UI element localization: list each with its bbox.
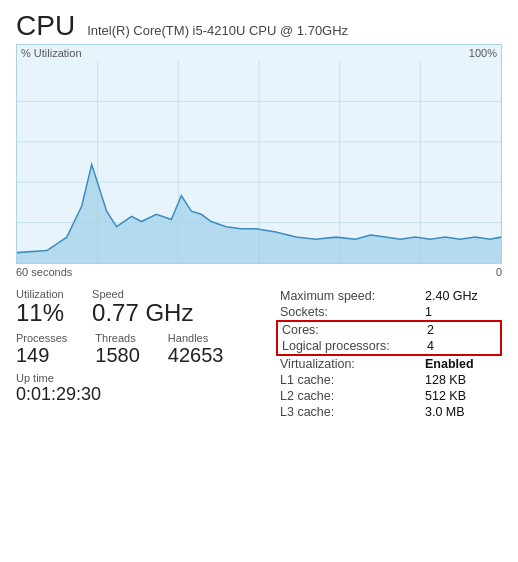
virt-label: Virtualization: (280, 357, 425, 371)
speed-value: 0.77 GHz (92, 300, 193, 326)
uptime-label: Up time (16, 372, 276, 384)
max-speed-value: 2.40 GHz (425, 289, 478, 303)
chart-x-end: 0 (496, 266, 502, 278)
utilization-value: 11% (16, 300, 64, 326)
virt-value: Enabled (425, 357, 474, 371)
processes-stat: Processes 149 (16, 332, 67, 366)
l1-cache-row: L1 cache: 128 KB (276, 372, 502, 388)
sockets-value: 1 (425, 305, 432, 319)
threads-label: Threads (95, 332, 140, 344)
utilization-speed-group: Utilization 11% Speed 0.77 GHz (16, 288, 276, 326)
chart-x-start: 60 seconds (16, 266, 72, 278)
logical-value: 4 (427, 339, 434, 353)
chart-y-max: 100% (469, 47, 497, 59)
logical-processors-row: Logical processors: 4 (278, 338, 500, 354)
chart-footer: 60 seconds 0 (16, 266, 502, 278)
utilization-stat: Utilization 11% (16, 288, 64, 326)
l2-value: 512 KB (425, 389, 466, 403)
l2-cache-row: L2 cache: 512 KB (276, 388, 502, 404)
max-speed-label: Maximum speed: (280, 289, 425, 303)
handles-label: Handles (168, 332, 224, 344)
virtualization-row: Virtualization: Enabled (276, 356, 502, 372)
processes-threads-handles-group: Processes 149 Threads 1580 Handles 42653 (16, 332, 276, 366)
cores-value: 2 (427, 323, 434, 337)
l3-label: L3 cache: (280, 405, 425, 419)
handles-stat: Handles 42653 (168, 332, 224, 366)
chart-y-label: % Utilization (21, 47, 82, 59)
highlighted-group: Cores: 2 Logical processors: 4 (276, 320, 502, 356)
l1-label: L1 cache: (280, 373, 425, 387)
sockets-label: Sockets: (280, 305, 425, 319)
speed-stat: Speed 0.77 GHz (92, 288, 193, 326)
sockets-row: Sockets: 1 (276, 304, 502, 320)
max-speed-row: Maximum speed: 2.40 GHz (276, 288, 502, 304)
info-right-panel: Maximum speed: 2.40 GHz Sockets: 1 Cores… (276, 288, 502, 420)
processes-label: Processes (16, 332, 67, 344)
threads-stat: Threads 1580 (95, 332, 140, 366)
cpu-utilization-chart: % Utilization 100% (16, 44, 502, 264)
logical-label: Logical processors: (282, 339, 427, 353)
chart-svg (17, 61, 501, 263)
cores-label: Cores: (282, 323, 427, 337)
cpu-model-name: Intel(R) Core(TM) i5-4210U CPU @ 1.70GHz (87, 23, 348, 38)
handles-value: 42653 (168, 344, 224, 366)
header: CPU Intel(R) Core(TM) i5-4210U CPU @ 1.7… (16, 12, 502, 40)
stats-left-panel: Utilization 11% Speed 0.77 GHz Processes… (16, 288, 276, 420)
cores-row: Cores: 2 (278, 322, 500, 338)
threads-value: 1580 (95, 344, 140, 366)
uptime-value: 0:01:29:30 (16, 384, 276, 405)
l2-label: L2 cache: (280, 389, 425, 403)
uptime-group: Up time 0:01:29:30 (16, 372, 276, 405)
processes-value: 149 (16, 344, 67, 366)
l1-value: 128 KB (425, 373, 466, 387)
l3-value: 3.0 MB (425, 405, 465, 419)
cpu-section-label: CPU (16, 12, 75, 40)
l3-cache-row: L3 cache: 3.0 MB (276, 404, 502, 420)
stats-section: Utilization 11% Speed 0.77 GHz Processes… (16, 288, 502, 420)
